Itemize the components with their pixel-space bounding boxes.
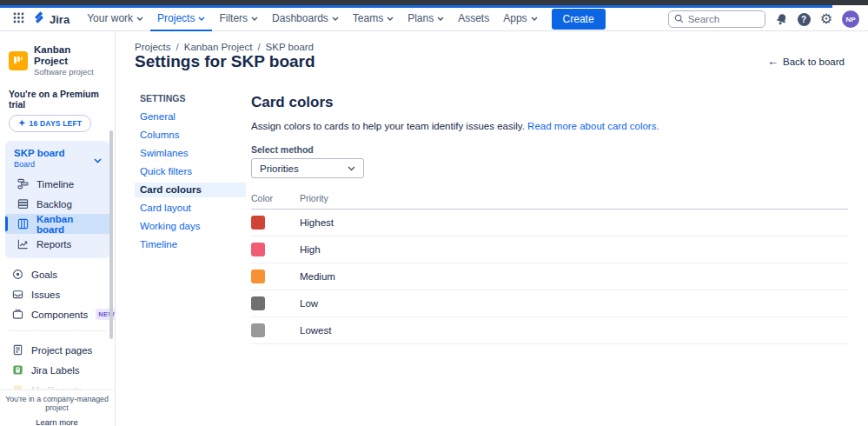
help-button[interactable]: ?: [798, 13, 811, 26]
chevron-down-icon: [348, 166, 355, 171]
jira-logo-icon: [32, 10, 46, 28]
components-icon: [12, 309, 23, 320]
nav-item-projects[interactable]: Projects: [150, 8, 212, 31]
chevron-down-icon: [198, 17, 205, 21]
timeline-icon: [17, 178, 29, 190]
grid-icon: [13, 11, 24, 27]
priority-label: Lowest: [300, 325, 331, 336]
card-colors-section: Card colors Assign colors to cards to he…: [251, 94, 848, 344]
table-row: Low: [251, 290, 848, 317]
main-content: Projects / Kanban Project / SKP board Se…: [116, 31, 868, 426]
sidebar-scrollbar[interactable]: [109, 130, 113, 339]
select-method-label: Select method: [251, 144, 848, 155]
nav-item-assets[interactable]: Assets: [451, 8, 496, 31]
nav-item-filters[interactable]: Filters: [212, 8, 265, 31]
bell-icon: [773, 11, 790, 28]
settings-nav-general[interactable]: General: [135, 110, 246, 124]
sparkle-icon: ✦: [18, 119, 26, 128]
table-row: High: [251, 236, 848, 263]
project-header[interactable]: Kanban Project Software project: [0, 31, 115, 82]
search-box[interactable]: [668, 10, 765, 28]
gear-icon: ⚙: [820, 12, 832, 26]
board-type: Board: [14, 159, 65, 170]
priority-label: Medium: [300, 271, 335, 282]
settings-button[interactable]: ⚙: [820, 12, 832, 26]
board-switcher-block: SKP board Board Timeline Backlog: [5, 141, 109, 258]
breadcrumb-kanban-project[interactable]: Kanban Project: [184, 42, 253, 52]
back-to-board-link[interactable]: ← Back to board: [767, 56, 845, 67]
settings-nav-columns[interactable]: Columns: [135, 128, 246, 143]
settings-nav: SETTINGS General Columns Swimlanes Quick…: [135, 91, 246, 256]
table-row: Highest: [251, 210, 848, 236]
color-swatch-lowest[interactable]: [251, 323, 265, 337]
settings-nav-working-days[interactable]: Working days: [135, 219, 246, 234]
nav-item-dashboards[interactable]: Dashboards: [265, 8, 346, 31]
nav-item-plans[interactable]: Plans: [401, 8, 451, 31]
sidebar-menu-group: Goals Issues Components NEW: [0, 260, 115, 326]
board-switcher[interactable]: SKP board Board: [5, 146, 109, 174]
chevron-down-icon: [387, 17, 394, 21]
kanban-board-icon: [17, 218, 29, 230]
user-avatar[interactable]: NP: [842, 10, 859, 28]
sidebar-item-backlog[interactable]: Backlog: [5, 194, 109, 214]
nav-item-teams[interactable]: Teams: [346, 8, 401, 31]
color-swatch-highest[interactable]: [251, 216, 265, 230]
settings-nav-timeline[interactable]: Timeline: [135, 237, 246, 252]
read-more-link[interactable]: Read more about card colors.: [527, 121, 659, 131]
sidebar-item-issues[interactable]: Issues: [0, 284, 115, 304]
table-row: Medium: [251, 263, 848, 290]
sidebar-item-kanban-board[interactable]: Kanban board: [5, 214, 109, 234]
settings-nav-card-layout[interactable]: Card layout: [135, 201, 246, 216]
help-icon: ?: [798, 13, 811, 26]
notifications-button[interactable]: [775, 13, 788, 26]
page-icon: [12, 344, 23, 356]
nav-item-apps[interactable]: Apps: [496, 8, 544, 31]
project-avatar-icon: [9, 51, 28, 70]
back-arrow-icon: ←: [767, 56, 779, 67]
chevron-down-icon: [437, 17, 444, 21]
sidebar-footer: You're in a company-managed project Lear…: [0, 389, 114, 426]
settings-nav-quick-filters[interactable]: Quick filters: [135, 164, 246, 179]
search-input[interactable]: [688, 14, 759, 24]
breadcrumb-separator: /: [176, 42, 179, 52]
chevron-down-icon: [136, 17, 143, 21]
section-description: Assign colors to cards to help your team…: [251, 121, 848, 131]
color-swatch-high[interactable]: [251, 243, 265, 256]
top-navbar: Jira Your work Projects Filters Dashboar…: [0, 8, 868, 31]
section-heading: Card colors: [251, 94, 848, 111]
create-button[interactable]: Create: [552, 9, 606, 30]
card-colors-table: Color Priority Highest High Medium: [251, 193, 848, 344]
color-swatch-low[interactable]: [251, 296, 265, 310]
sidebar-item-components[interactable]: Components NEW: [0, 304, 115, 324]
managed-project-text: You're in a company-managed project: [0, 395, 114, 412]
reports-icon: [17, 238, 29, 250]
breadcrumb-projects[interactable]: Projects: [135, 42, 171, 52]
chevron-down-icon: [251, 17, 258, 21]
board-name: SKP board: [14, 148, 65, 159]
method-select[interactable]: Priorities: [251, 158, 364, 178]
jira-logo[interactable]: Jira: [32, 10, 70, 28]
column-header-priority: Priority: [300, 193, 328, 203]
settings-nav-card-colours[interactable]: Card colours: [135, 183, 246, 197]
sidebar-item-reports[interactable]: Reports: [5, 234, 109, 254]
project-name: Kanban Project: [34, 44, 106, 67]
priority-label: High: [300, 244, 321, 255]
column-header-color: Color: [251, 193, 300, 203]
table-row: Lowest: [251, 317, 848, 344]
app-switcher-button[interactable]: [9, 11, 29, 27]
learn-more-link[interactable]: Learn more: [36, 417, 78, 426]
breadcrumb-skp-board[interactable]: SKP board: [266, 42, 314, 52]
jira-app: Jira Your work Projects Filters Dashboar…: [0, 0, 868, 426]
trial-days-left-button[interactable]: ✦ 16 DAYS LEFT: [9, 115, 91, 132]
project-type: Software project: [34, 67, 106, 77]
sidebar-item-timeline[interactable]: Timeline: [5, 174, 109, 194]
sidebar-item-jira-labels[interactable]: Jira Labels: [0, 360, 115, 380]
color-swatch-medium[interactable]: [251, 270, 265, 283]
sidebar-item-goals[interactable]: Goals: [0, 264, 115, 284]
sidebar-item-project-pages[interactable]: Project pages: [0, 340, 115, 360]
nav-item-your-work[interactable]: Your work: [80, 8, 150, 31]
goals-icon: [12, 269, 23, 280]
settings-nav-swimlanes[interactable]: Swimlanes: [135, 146, 246, 161]
issues-icon: [12, 289, 23, 300]
table-header-row: Color Priority: [251, 193, 848, 210]
